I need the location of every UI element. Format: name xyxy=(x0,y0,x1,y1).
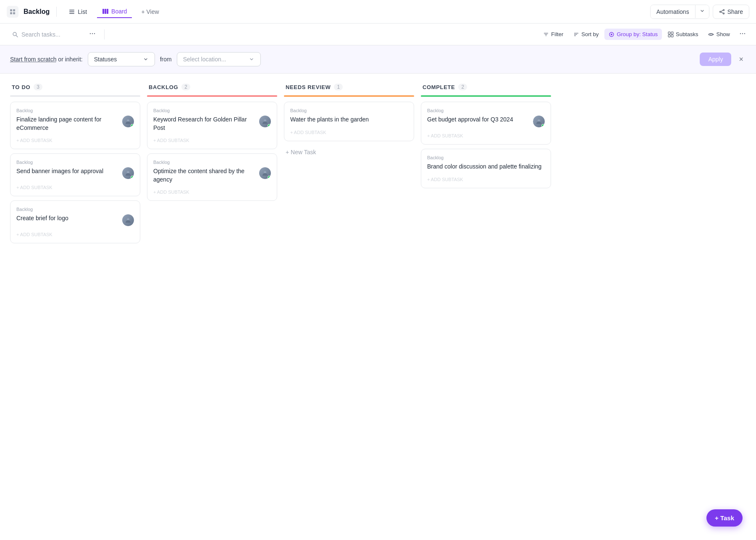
subtasks-button[interactable]: Subtasks xyxy=(664,29,702,40)
top-nav: Backlog List Board + View Automations xyxy=(0,0,756,24)
from-text: from xyxy=(160,56,172,63)
card-backlog-0[interactable]: Backlog Keyword Research for Golden Pill… xyxy=(147,102,277,149)
more-options-button[interactable] xyxy=(86,29,99,40)
add-subtask-button[interactable]: + ADD SUBTASK xyxy=(427,133,545,138)
card-meta: Backlog xyxy=(153,108,271,113)
card-todo-0[interactable]: Backlog Finalize landing page content fo… xyxy=(10,102,140,149)
show-button[interactable]: Show xyxy=(704,29,734,40)
add-view-button[interactable]: + View xyxy=(137,6,163,18)
card-meta: Backlog xyxy=(427,108,545,113)
location-placeholder: Select location... xyxy=(183,56,226,63)
svg-rect-30 xyxy=(668,35,670,37)
column-todo: TO DO 3 Backlog Finalize landing page co… xyxy=(10,84,140,248)
share-button[interactable]: Share xyxy=(713,5,749,19)
card-body: Brand color discussion and palette final… xyxy=(427,163,545,171)
column-title-complete: COMPLETE xyxy=(423,84,455,90)
app-icon xyxy=(7,6,18,18)
column-bar-complete xyxy=(421,95,551,97)
card-todo-2[interactable]: Backlog Create brief for logo + ADD SUBT… xyxy=(10,200,140,243)
card-needs-review-0[interactable]: Backlog Water the plants in the garden +… xyxy=(284,102,414,141)
avatar xyxy=(122,167,134,179)
svg-rect-0 xyxy=(10,9,12,11)
column-header-backlog: BACKLOG 2 xyxy=(147,84,277,95)
board-nav-button[interactable]: Board xyxy=(97,5,132,18)
add-subtask-button[interactable]: + ADD SUBTASK xyxy=(153,190,271,195)
search-box[interactable]: Search tasks... xyxy=(7,28,82,41)
card-body: Send banner images for approval xyxy=(16,167,134,179)
card-meta: Backlog xyxy=(153,160,271,165)
add-subtask-button[interactable]: + ADD SUBTASK xyxy=(153,138,271,143)
sort-button[interactable]: Sort by xyxy=(569,29,603,40)
svg-rect-28 xyxy=(668,32,670,34)
app-title: Backlog xyxy=(24,8,50,16)
card-todo-1[interactable]: Backlog Send banner images for approval … xyxy=(10,153,140,196)
column-bar-needs-review xyxy=(284,95,414,97)
avatar-online-dot xyxy=(268,176,271,179)
automations-button[interactable]: Automations xyxy=(651,5,695,18)
svg-rect-7 xyxy=(102,9,104,14)
column-count-needs-review: 1 xyxy=(334,84,343,90)
column-complete: COMPLETE 2 Backlog Get budget approval f… xyxy=(421,84,551,192)
card-meta: Backlog xyxy=(290,108,408,113)
apply-button[interactable]: Apply xyxy=(700,53,731,66)
column-header-complete: COMPLETE 2 xyxy=(421,84,551,95)
card-meta: Backlog xyxy=(16,160,134,165)
nav-divider xyxy=(56,7,57,17)
avatar xyxy=(122,116,134,127)
card-complete-1[interactable]: Backlog Brand color discussion and palet… xyxy=(421,149,551,188)
add-view-label: + View xyxy=(141,8,159,15)
add-subtask-button[interactable]: + ADD SUBTASK xyxy=(427,177,545,182)
avatar-online-dot xyxy=(131,124,134,127)
location-select[interactable]: Select location... xyxy=(177,52,261,66)
svg-point-15 xyxy=(13,32,16,36)
automations-chevron-button[interactable] xyxy=(695,5,709,18)
new-task-button[interactable]: + New Task xyxy=(284,145,318,159)
list-nav-button[interactable]: List xyxy=(63,6,92,18)
svg-line-14 xyxy=(721,12,723,13)
show-label: Show xyxy=(716,31,730,37)
card-title: Keyword Research for Golden Pillar Post xyxy=(153,116,256,132)
column-bar-todo xyxy=(10,95,140,97)
card-body: Create brief for logo xyxy=(16,214,134,226)
toolbar-right: Filter Sort by Group by: Status xyxy=(539,29,749,40)
inherit-bar: Start from scratch or inherit: Statuses … xyxy=(0,45,756,74)
statuses-label: Statuses xyxy=(94,56,117,63)
apply-label: Apply xyxy=(708,56,723,63)
svg-rect-6 xyxy=(69,13,74,14)
statuses-select[interactable]: Statuses xyxy=(88,52,155,66)
nav-right: Automations Share xyxy=(650,5,749,19)
or-inherit-text: or inherit: xyxy=(58,56,82,63)
automations-label: Automations xyxy=(656,8,689,15)
inherit-text: Start from scratch or inherit: xyxy=(10,56,83,63)
avatar xyxy=(259,116,271,127)
add-task-fab[interactable]: + Task xyxy=(706,509,743,527)
card-body: Get budget approval for Q3 2024 xyxy=(427,116,545,127)
card-body: Keyword Research for Golden Pillar Post xyxy=(153,116,271,132)
add-subtask-button[interactable]: + ADD SUBTASK xyxy=(16,185,134,190)
column-title-backlog: BACKLOG xyxy=(149,84,178,90)
add-subtask-button[interactable]: + ADD SUBTASK xyxy=(290,130,408,135)
start-from-scratch-link[interactable]: Start from scratch xyxy=(10,56,56,63)
card-complete-0[interactable]: Backlog Get budget approval for Q3 2024 … xyxy=(421,102,551,145)
add-subtask-button[interactable]: + ADD SUBTASK xyxy=(16,138,134,143)
svg-rect-1 xyxy=(13,9,15,11)
card-backlog-1[interactable]: Backlog Optimize the content shared by t… xyxy=(147,153,277,201)
close-inherit-bar-button[interactable]: × xyxy=(736,53,746,66)
card-title: Create brief for logo xyxy=(16,214,68,223)
filter-button[interactable]: Filter xyxy=(539,29,567,40)
card-title: Water the plants in the garden xyxy=(290,116,369,124)
add-subtask-button[interactable]: + ADD SUBTASK xyxy=(16,232,134,237)
card-body: Water the plants in the garden xyxy=(290,116,408,124)
card-title: Brand color discussion and palette final… xyxy=(427,163,541,171)
svg-point-18 xyxy=(92,33,93,34)
column-count-backlog: 2 xyxy=(181,84,190,90)
toolbar-more-button[interactable] xyxy=(736,29,749,40)
column-title-todo: TO DO xyxy=(12,84,30,90)
group-label: Group by: Status xyxy=(617,31,658,37)
card-title: Finalize landing page content for eComme… xyxy=(16,116,119,132)
svg-rect-4 xyxy=(69,10,74,11)
subtasks-label: Subtasks xyxy=(676,31,698,37)
group-button[interactable]: Group by: Status xyxy=(604,29,662,40)
svg-rect-8 xyxy=(105,9,106,14)
card-title: Optimize the content shared by the agenc… xyxy=(153,167,256,184)
